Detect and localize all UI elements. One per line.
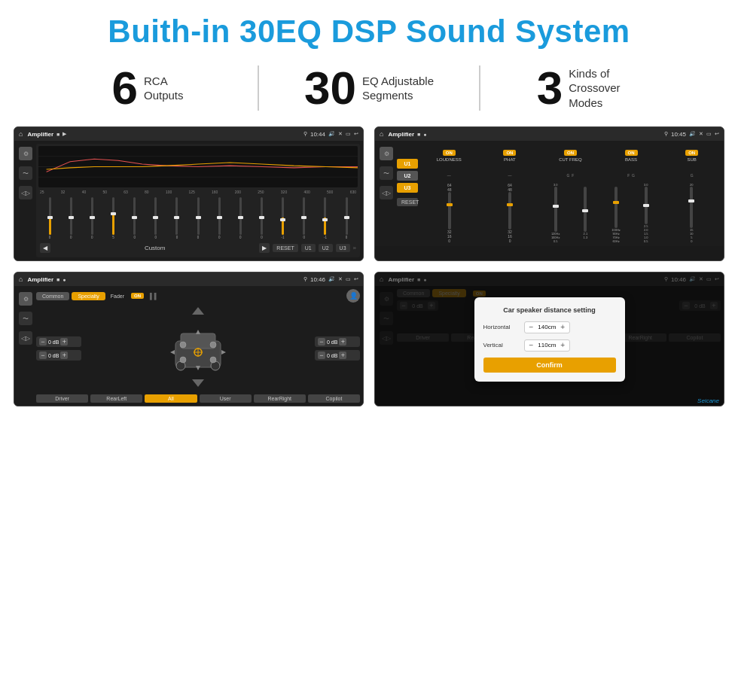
sub-on-badge[interactable]: ON: [685, 150, 698, 156]
svg-point-17: [180, 357, 186, 363]
zone-copilot-button[interactable]: Copilot: [308, 394, 360, 403]
channel-u1-button[interactable]: U1: [397, 159, 418, 169]
fader-right-controls: − 0 dB + − 0 dB +: [315, 336, 360, 361]
bass-slider-col: 100Hz 90Hz 70Hz 60Hz 3.0 2.5 2.0: [602, 183, 660, 243]
confirm-button[interactable]: Confirm: [483, 358, 616, 373]
amp-location-icon: ⚲: [664, 131, 668, 137]
fader-tab-specialty[interactable]: Specialty: [72, 292, 105, 300]
cutfreq-g-slider[interactable]: [554, 187, 557, 232]
dialog-vertical-plus[interactable]: +: [560, 342, 565, 349]
fader-tab-common[interactable]: Common: [36, 292, 69, 300]
eq-icon-wave[interactable]: 〜: [19, 166, 32, 180]
eq-header-icon1: ■: [56, 132, 59, 137]
eq-slider-1[interactable]: 0: [40, 197, 59, 239]
svg-marker-12: [196, 366, 200, 370]
eq-slider-11[interactable]: 0: [252, 197, 271, 239]
eq-next-button[interactable]: ▶: [259, 243, 270, 253]
eq-slider-13[interactable]: 0: [294, 197, 314, 239]
zone-rearright-button[interactable]: RearRight: [254, 394, 306, 403]
eq-slider-3[interactable]: 0: [82, 197, 102, 239]
dialog-horizontal-minus[interactable]: −: [529, 324, 534, 331]
fader-tr-minus[interactable]: −: [318, 338, 325, 345]
dialog-horizontal-value: 140cm: [535, 324, 558, 330]
eq-slider-12[interactable]: -1: [273, 197, 293, 239]
fader-br-minus[interactable]: −: [318, 352, 325, 359]
window-icon: ▭: [346, 131, 351, 137]
dialog-vertical-ctrl: − 110cm +: [524, 339, 571, 352]
amp-icon-settings[interactable]: ⚙: [380, 147, 393, 160]
fader-back-icon: ↩: [354, 276, 358, 282]
fader-on-badge[interactable]: ON: [131, 293, 144, 299]
fader-bl-minus[interactable]: −: [39, 352, 47, 359]
eq-slider-15[interactable]: 0: [337, 197, 356, 239]
eq-slider-10[interactable]: 0: [230, 197, 250, 239]
channel-u2-button[interactable]: U2: [397, 171, 418, 181]
distance-dialog: Car speaker distance setting Horizontal …: [474, 297, 625, 382]
loudness-slider[interactable]: [448, 192, 451, 230]
phat-slider[interactable]: [508, 192, 511, 230]
bass-on-badge[interactable]: ON: [625, 150, 638, 156]
stat-rca: 6 RCAOutputs: [45, 65, 250, 111]
eq-reset-button[interactable]: RESET: [273, 244, 297, 252]
cutfreq-on-badge[interactable]: ON: [564, 150, 577, 156]
fader-tl-ctrl: − 0 dB +: [36, 336, 81, 347]
eq-svg: [38, 146, 358, 187]
zone-user-button[interactable]: User: [200, 394, 252, 403]
fader-header-dot: ●: [63, 277, 66, 282]
seicane-watermark: Seicane: [697, 397, 719, 404]
dialog-vertical-minus[interactable]: −: [529, 342, 534, 349]
fader-label: Fader: [111, 294, 124, 299]
amp-reset-button[interactable]: RESET: [397, 198, 418, 206]
cutfreq-f-slider[interactable]: [584, 187, 587, 232]
svg-rect-5: [181, 333, 215, 348]
eq-u1-button[interactable]: U1: [301, 244, 316, 252]
eq-slider-4[interactable]: 5: [103, 197, 123, 239]
zone-all-button[interactable]: All: [145, 394, 197, 403]
profile-icon[interactable]: 👤: [346, 289, 360, 303]
fader-tl-plus[interactable]: +: [60, 338, 68, 345]
fader-br-plus[interactable]: +: [339, 352, 346, 359]
fader-icon-wave[interactable]: 〜: [19, 312, 32, 325]
eq-icon-speaker[interactable]: ◁▷: [19, 186, 32, 199]
eq-slider-5[interactable]: 0: [125, 197, 145, 239]
eq-icon-settings[interactable]: ⚙: [19, 147, 32, 160]
eq-u3-button[interactable]: U3: [336, 244, 350, 252]
loudness-slider-col: 64 48 32 16 0: [420, 183, 478, 243]
amp-screen: ⌂ Amplifier ■ ● ⚲ 10:45 🔊 ✕ ▭ ↩ ⚙ 〜 ◁▷ U…: [374, 126, 724, 261]
eq-slider-6[interactable]: 0: [146, 197, 166, 239]
amp-icon-wave[interactable]: 〜: [380, 166, 393, 180]
fader-bl-val: 0 dB: [48, 353, 59, 358]
stat-divider-2: [479, 65, 480, 111]
eq-slider-7[interactable]: 0: [167, 197, 187, 239]
back-icon: ↩: [354, 131, 358, 137]
fader-bl-plus[interactable]: +: [60, 352, 68, 359]
eq-slider-8[interactable]: 0: [188, 197, 208, 239]
zone-rearleft-button[interactable]: RearLeft: [90, 394, 142, 403]
bass-g-slider[interactable]: [645, 187, 648, 224]
fader-icon-speaker[interactable]: ◁▷: [19, 331, 32, 345]
eq-slider-9[interactable]: 0: [209, 197, 229, 239]
fader-screen-header: ⌂ Amplifier ■ ● ⚲ 10:46 🔊 ✕ ▭ ↩: [14, 272, 363, 286]
amp-icon-speaker[interactable]: ◁▷: [380, 186, 393, 199]
loudness-on-badge[interactable]: ON: [443, 150, 456, 156]
fader-icon-settings[interactable]: ⚙: [19, 292, 32, 306]
fader-grid: − 0 dB + − 0 dB +: [36, 306, 360, 391]
car-diagram-svg: [164, 322, 232, 375]
channel-u3-button[interactable]: U3: [397, 183, 418, 193]
car-diagram-container: [84, 322, 312, 375]
svg-marker-13: [170, 350, 175, 355]
dialog-vertical-label: Vertical: [483, 342, 521, 348]
fader-tl-minus[interactable]: −: [39, 338, 47, 345]
sub-slider[interactable]: [690, 187, 693, 228]
eq-slider-14[interactable]: -1: [316, 197, 335, 239]
eq-slider-2[interactable]: 0: [61, 197, 81, 239]
zone-driver-button[interactable]: Driver: [36, 394, 88, 403]
eq-u2-button[interactable]: U2: [319, 244, 333, 252]
bass-f-slider[interactable]: [614, 187, 618, 228]
fader-window-icon: ▭: [346, 276, 351, 282]
phat-on-badge[interactable]: ON: [503, 150, 516, 156]
fader-tr-plus[interactable]: +: [339, 338, 346, 345]
eq-prev-button[interactable]: ◀: [40, 243, 50, 253]
dialog-horizontal-plus[interactable]: +: [560, 324, 565, 331]
fader-settings-icon: ✕: [338, 276, 343, 282]
